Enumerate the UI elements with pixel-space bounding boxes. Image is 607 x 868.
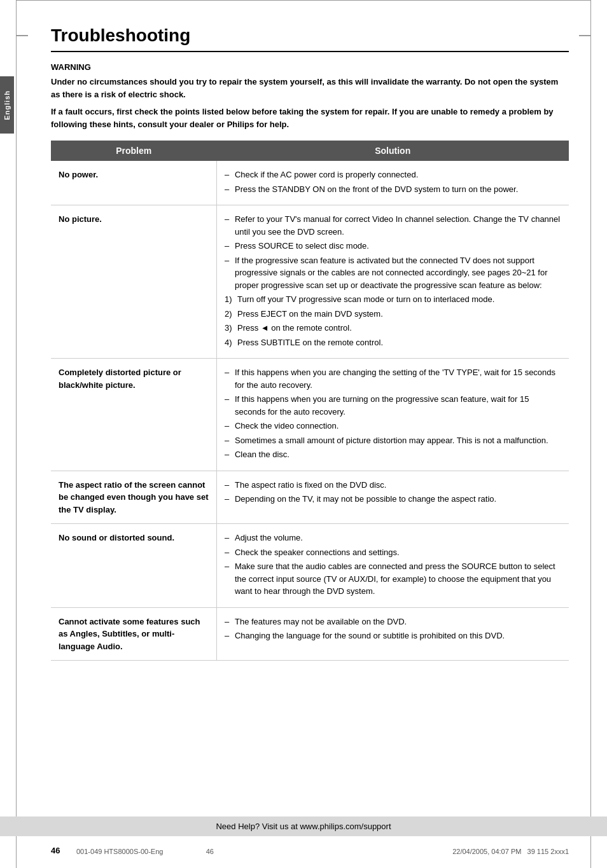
warning-title: WARNING (51, 62, 569, 72)
col-problem-header: Problem (51, 141, 216, 161)
solution-item: Sometimes a small amount of picture dist… (225, 434, 561, 447)
warning-line2-strong: If a fault occurs, first check the point… (51, 107, 554, 129)
solution-item: Press SOURCE to select disc mode. (225, 240, 561, 252)
solution-cell: Adjust the volume.Check the speaker conn… (216, 524, 569, 608)
solution-item: Make sure that the audio cables are conn… (225, 560, 561, 598)
table-row: Cannot activate some features such as An… (51, 607, 569, 661)
solution-item: The aspect ratio is fixed on the DVD dis… (225, 479, 561, 492)
solution-item: Press the STANDBY ON on the front of the… (225, 183, 561, 196)
footer-help-text: Need Help? Visit us at www.philips.com/s… (216, 822, 391, 831)
solution-item: The features may not be available on the… (225, 616, 561, 628)
solution-item: Check the video connection. (225, 420, 561, 432)
solution-item: Adjust the volume. (225, 532, 561, 544)
table-row: The aspect ratio of the screen cannot be… (51, 471, 569, 524)
solution-cell: Check if the AC power cord is properly c… (216, 161, 569, 205)
solution-item: Press ◄ on the remote control. (225, 322, 561, 334)
page-title: Troubleshooting (51, 25, 569, 52)
solution-cell: If this happens when you are changing th… (216, 359, 569, 471)
problem-cell: No picture. (51, 205, 216, 359)
solution-cell: The aspect ratio is fixed on the DVD dis… (216, 471, 569, 524)
footer-page-num: 46 (51, 846, 60, 855)
footer-doc-text: 001-049 HTS8000S-00-Eng (76, 848, 163, 855)
problem-cell: Cannot activate some features such as An… (51, 607, 216, 661)
solution-item: If this happens when you are turning on … (225, 393, 561, 418)
page-container: English Troubleshooting WARNING Under no… (0, 0, 607, 868)
solution-list: Check if the AC power cord is properly c… (225, 169, 561, 195)
side-tab-label: English (3, 90, 11, 120)
solution-item: Changing the language for the sound or s… (225, 630, 561, 642)
solution-list: Adjust the volume.Check the speaker conn… (225, 532, 561, 598)
solution-item: If the progressive scan feature is activ… (225, 254, 561, 292)
solution-item: Depending on the TV, it may not be possi… (225, 493, 561, 506)
problem-cell: Completely distorted picture or black/wh… (51, 359, 216, 471)
solution-cell: Refer to your TV's manual for correct Vi… (216, 205, 569, 359)
border-left (16, 0, 17, 868)
solution-cell: The features may not be available on the… (216, 607, 569, 661)
warning-line1-strong: Under no circumstances should you try to… (51, 77, 558, 99)
solution-item: Press SUBTITLE on the remote control. (225, 336, 561, 349)
solution-list: Refer to your TV's manual for correct Vi… (225, 213, 561, 348)
border-right (590, 0, 591, 868)
solution-list: The features may not be available on the… (225, 616, 561, 642)
table-row: Completely distorted picture or black/wh… (51, 359, 569, 471)
problem-cell: The aspect ratio of the screen cannot be… (51, 471, 216, 524)
col-solution-header: Solution (216, 141, 569, 161)
footer-doc-num: 46 (206, 848, 214, 855)
border-top (16, 0, 591, 1)
table-row: No picture.Refer to your TV's manual for… (51, 205, 569, 359)
problem-cell: No power. (51, 161, 216, 205)
warning-section: WARNING Under no circumstances should yo… (51, 62, 569, 130)
trouble-table: Problem Solution No power.Check if the A… (51, 141, 569, 661)
solution-item: Clean the disc. (225, 448, 561, 461)
footer-doc-info: 001-049 HTS8000S-00-Eng 46 (76, 848, 214, 855)
solution-item: Turn off your TV progressive scan mode o… (225, 293, 561, 306)
solution-item: Refer to your TV's manual for correct Vi… (225, 213, 561, 238)
table-header-row: Problem Solution (51, 141, 569, 161)
side-tab: English (0, 76, 14, 134)
footer-help-bar: Need Help? Visit us at www.philips.com/s… (0, 816, 607, 836)
warning-line1: Under no circumstances should you try to… (51, 76, 569, 100)
header-left-bar (17, 35, 28, 36)
solution-item: If this happens when you are changing th… (225, 366, 561, 391)
solution-item: Check the speaker connections and settin… (225, 546, 561, 559)
solution-list: If this happens when you are changing th… (225, 366, 561, 461)
problem-cell: No sound or distorted sound. (51, 524, 216, 608)
solution-list: The aspect ratio is fixed on the DVD dis… (225, 479, 561, 506)
solution-item: Press EJECT on the main DVD system. (225, 308, 561, 320)
solution-item: Check if the AC power cord is properly c… (225, 169, 561, 181)
table-row: No power.Check if the AC power cord is p… (51, 161, 569, 205)
footer-date-info: 22/04/2005, 04:07 PM 39 115 2xxx1 (452, 848, 569, 855)
warning-line2: If a fault occurs, first check the point… (51, 106, 569, 130)
footer-date-text: 22/04/2005, 04:07 PM 39 115 2xxx1 (452, 848, 569, 855)
header-right-bar (579, 35, 590, 36)
table-row: No sound or distorted sound.Adjust the v… (51, 524, 569, 608)
